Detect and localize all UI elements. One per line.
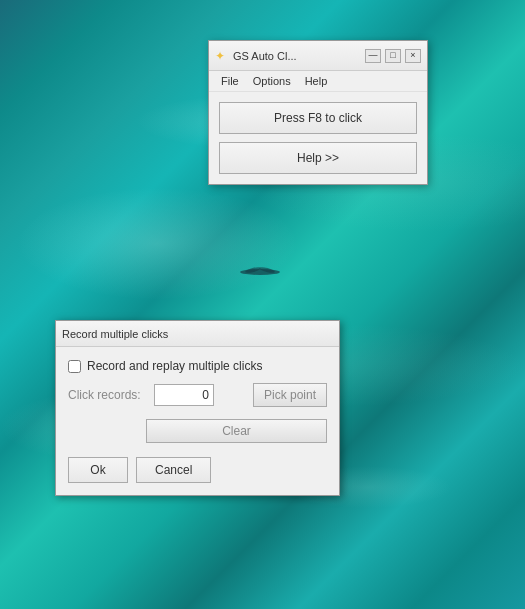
main-window: ✦ GS Auto Cl... — □ × File Options Help … bbox=[208, 40, 428, 185]
dialog-title: Record multiple clicks bbox=[62, 328, 333, 340]
checkbox-row: Record and replay multiple clicks bbox=[68, 359, 327, 373]
menu-options[interactable]: Options bbox=[247, 73, 297, 89]
menu-file[interactable]: File bbox=[215, 73, 245, 89]
bird-shadow bbox=[235, 265, 285, 280]
window-controls: — □ × bbox=[365, 49, 421, 63]
maximize-button[interactable]: □ bbox=[385, 49, 401, 63]
record-replay-checkbox[interactable] bbox=[68, 360, 81, 373]
click-records-label: Click records: bbox=[68, 388, 146, 402]
help-button[interactable]: Help >> bbox=[219, 142, 417, 174]
clear-button[interactable]: Clear bbox=[146, 419, 327, 443]
window-title: GS Auto Cl... bbox=[233, 50, 361, 62]
click-records-input[interactable] bbox=[154, 384, 214, 406]
close-button[interactable]: × bbox=[405, 49, 421, 63]
pick-point-button[interactable]: Pick point bbox=[253, 383, 327, 407]
title-bar: ✦ GS Auto Cl... — □ × bbox=[209, 41, 427, 71]
dialog-title-bar: Record multiple clicks bbox=[56, 321, 339, 347]
main-content: Press F8 to click Help >> bbox=[209, 92, 427, 184]
dialog-buttons: Ok Cancel bbox=[56, 457, 339, 495]
dialog-content: Record and replay multiple clicks Click … bbox=[56, 347, 339, 453]
dialog-window: Record multiple clicks Record and replay… bbox=[55, 320, 340, 496]
press-f8-button[interactable]: Press F8 to click bbox=[219, 102, 417, 134]
menu-help[interactable]: Help bbox=[299, 73, 334, 89]
menu-bar: File Options Help bbox=[209, 71, 427, 92]
minimize-button[interactable]: — bbox=[365, 49, 381, 63]
ok-button[interactable]: Ok bbox=[68, 457, 128, 483]
record-replay-label: Record and replay multiple clicks bbox=[87, 359, 262, 373]
app-icon: ✦ bbox=[215, 49, 229, 63]
cancel-button[interactable]: Cancel bbox=[136, 457, 211, 483]
records-row: Click records: Pick point bbox=[68, 383, 327, 407]
